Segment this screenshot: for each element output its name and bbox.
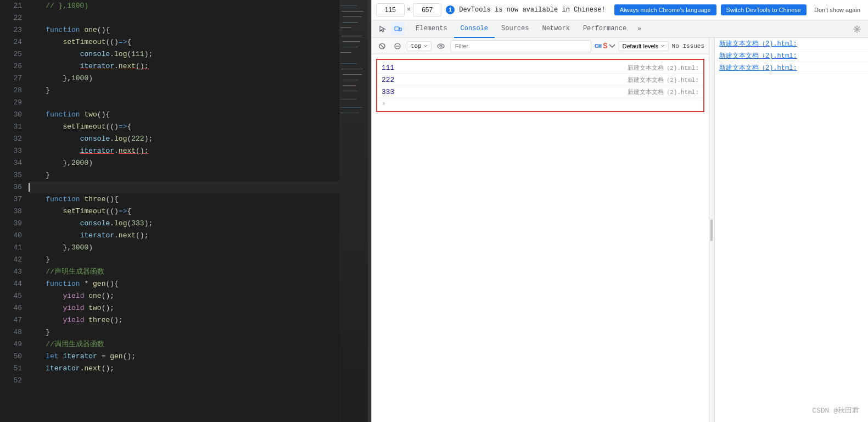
tab-sources-label: Sources bbox=[501, 25, 529, 32]
svg-point-20 bbox=[856, 28, 858, 30]
code-token: // },1000) bbox=[29, 0, 88, 12]
code-token bbox=[29, 302, 63, 314]
default-levels-button[interactable]: Default levels bbox=[619, 41, 669, 51]
device-toggle-button[interactable] bbox=[391, 23, 405, 36]
svg-point-25 bbox=[438, 44, 444, 48]
code-line-47: yield three(); bbox=[29, 314, 339, 326]
line-numbers: 21 22 23 24 25 26 27 28 29 30 31 32 33 3… bbox=[0, 0, 26, 422]
code-token: (); bbox=[102, 363, 114, 375]
code-token: ( bbox=[127, 133, 131, 145]
devtools-tabs-list: Elements Console Sources Network Perform… bbox=[409, 20, 850, 38]
code-token: * bbox=[80, 278, 93, 290]
code-token bbox=[80, 24, 85, 36]
tab-more-button[interactable]: » bbox=[633, 20, 646, 38]
console-log-entry-222: 222 新建文本文档（2).html: bbox=[377, 74, 703, 86]
context-selector[interactable]: top bbox=[407, 41, 432, 51]
switch-chinese-button[interactable]: Switch DevTools to Chinese bbox=[721, 4, 807, 15]
code-token: function bbox=[46, 278, 80, 290]
log-source-333[interactable]: 新建文本文档（2).html: bbox=[628, 88, 699, 96]
code-token: 1000 bbox=[71, 73, 88, 85]
code-token bbox=[29, 145, 80, 157]
width-input[interactable]: 115 bbox=[376, 3, 405, 16]
code-token: { bbox=[127, 206, 131, 218]
line-number: 24 bbox=[0, 36, 22, 48]
console-prompt[interactable]: › bbox=[377, 98, 703, 109]
height-input[interactable]: 657 bbox=[413, 3, 441, 16]
code-token: three bbox=[84, 193, 105, 206]
code-line-41: },3000) bbox=[29, 242, 339, 254]
dont-show-button[interactable]: Don't show again bbox=[811, 4, 864, 15]
line-number: 41 bbox=[0, 242, 22, 254]
devtools-settings-button[interactable] bbox=[850, 23, 864, 36]
line-number: 38 bbox=[0, 206, 22, 218]
code-token: (){ bbox=[97, 109, 110, 121]
code-token: (); bbox=[110, 314, 122, 326]
code-token: { bbox=[127, 36, 131, 48]
line-number: 29 bbox=[0, 97, 22, 109]
code-token: => bbox=[119, 206, 127, 218]
code-line-29 bbox=[29, 97, 339, 109]
code-token: } bbox=[29, 169, 50, 181]
svg-rect-9 bbox=[340, 63, 357, 64]
code-token: ); bbox=[144, 133, 153, 145]
filter-input[interactable] bbox=[450, 40, 591, 52]
match-language-button[interactable]: Always match Chrome's language bbox=[614, 4, 716, 15]
code-line-32: console.log(222); bbox=[29, 133, 339, 145]
code-line-48: } bbox=[29, 326, 339, 338]
file-ref-link-1[interactable]: 新建文本文档（2).html: bbox=[719, 39, 797, 48]
log-source-222[interactable]: 新建文本文档（2).html: bbox=[628, 76, 699, 84]
vertical-splitter[interactable] bbox=[709, 38, 714, 422]
code-line-50: let iterator = gen(); bbox=[29, 351, 339, 363]
code-token: let bbox=[46, 351, 58, 363]
svg-rect-4 bbox=[340, 27, 351, 28]
code-token: } bbox=[29, 326, 50, 338]
code-token: console bbox=[80, 133, 110, 145]
code-line-43: //声明生成器函数 bbox=[29, 266, 339, 278]
watermark: CSDN @秋田君 bbox=[812, 406, 859, 415]
code-token: iterator bbox=[80, 145, 114, 157]
line-number: 28 bbox=[0, 85, 22, 97]
svg-point-26 bbox=[440, 45, 442, 47]
code-token: gen bbox=[110, 351, 122, 363]
svg-rect-16 bbox=[340, 107, 362, 108]
svg-rect-12 bbox=[343, 80, 358, 80]
code-token: iterator bbox=[46, 363, 80, 375]
block-console-button[interactable] bbox=[391, 40, 404, 52]
log-value-222: 222 bbox=[382, 76, 394, 84]
code-token: two bbox=[84, 109, 97, 121]
line-number: 23 bbox=[0, 24, 22, 36]
code-token: next bbox=[119, 60, 136, 73]
line-number: 45 bbox=[0, 290, 22, 302]
code-token: (); bbox=[136, 230, 148, 242]
code-token: (){ bbox=[105, 278, 118, 290]
code-token: next bbox=[119, 145, 136, 157]
tab-network[interactable]: Network bbox=[535, 20, 576, 38]
code-token: gen bbox=[93, 278, 105, 290]
clear-console-button[interactable] bbox=[376, 40, 388, 52]
code-line-46: yield two(); bbox=[29, 302, 339, 314]
ch-badge: CH S bbox=[595, 42, 615, 51]
custom-messages-button[interactable] bbox=[435, 40, 447, 52]
code-token bbox=[59, 351, 63, 363]
file-ref-link-3[interactable]: 新建文本文档（2).html: bbox=[719, 63, 797, 73]
tab-elements[interactable]: Elements bbox=[409, 20, 454, 38]
line-number: 48 bbox=[0, 326, 22, 338]
console-output-area: top CH S bbox=[372, 38, 709, 422]
inspect-button[interactable] bbox=[376, 23, 389, 36]
tab-sources[interactable]: Sources bbox=[495, 20, 535, 38]
code-token: ( bbox=[127, 48, 131, 60]
code-token: three bbox=[88, 314, 110, 326]
file-ref-link-2[interactable]: 新建文本文档（2).html: bbox=[719, 51, 797, 60]
code-token bbox=[29, 133, 80, 145]
minimap bbox=[339, 0, 368, 422]
code-token: } bbox=[29, 85, 50, 97]
tab-console[interactable]: Console bbox=[454, 20, 495, 38]
line-number: 21 bbox=[0, 0, 22, 12]
code-token: iterator bbox=[80, 60, 114, 73]
tab-performance[interactable]: Performance bbox=[576, 20, 633, 38]
code-content[interactable]: // },1000) function one(){ setTimeout(()… bbox=[26, 0, 339, 422]
console-toolbar: top CH S bbox=[372, 38, 709, 54]
code-token: next bbox=[84, 363, 101, 375]
code-line-40: iterator.next(); bbox=[29, 230, 339, 242]
log-source-111[interactable]: 新建文本文档（2).html: bbox=[628, 64, 699, 72]
